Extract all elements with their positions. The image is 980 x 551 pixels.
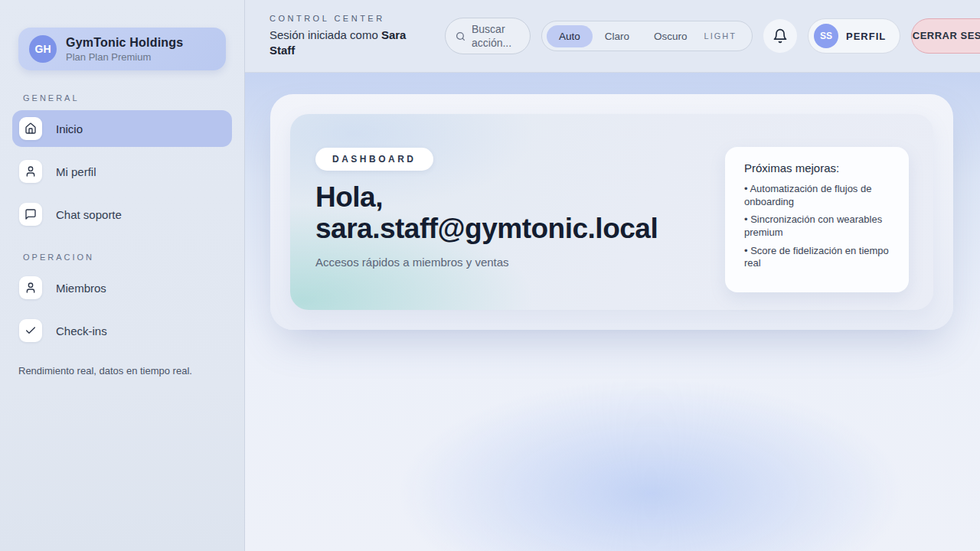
improvements-card: Próximas mejoras: Automatización de fluj… (725, 147, 909, 292)
section-label-operacion: OPERACION (23, 253, 232, 262)
brand-text: GymTonic Holdings Plan Plan Premium (66, 36, 183, 63)
hero-card: DASHBOARD Hola, sara.staff@gymtonic.loca… (290, 114, 933, 310)
section-label-general: GENERAL (23, 93, 232, 103)
profile-avatar: SS (814, 24, 838, 48)
sidebar-item-miembros[interactable]: Miembros (12, 269, 232, 306)
search-icon (456, 31, 466, 41)
user-icon (19, 160, 42, 183)
sidebar-item-label: Chat soporte (56, 208, 122, 221)
search-input[interactable]: Buscar acción... (445, 18, 531, 54)
sidebar-item-label: Miembros (56, 282, 106, 295)
improvement-item: Automatización de flujos de onboarding (744, 183, 892, 208)
sidebar-item-check-ins[interactable]: Check-ins (12, 312, 232, 349)
sidebar-item-label: Check-ins (56, 324, 107, 337)
app-window: GH GymTonic Holdings Plan Plan Premium G… (0, 0, 980, 551)
sidebar: GH GymTonic Holdings Plan Plan Premium G… (0, 0, 245, 551)
hero-card-outer: DASHBOARD Hola, sara.staff@gymtonic.loca… (270, 94, 953, 330)
session-text: Sesión iniciada como Sara Staff (270, 28, 434, 59)
greeting-subtitle: Accesos rápidos a miembros y ventas (315, 256, 725, 269)
hero-text-block: DASHBOARD Hola, sara.staff@gymtonic.loca… (315, 148, 725, 310)
profile-button[interactable]: SS PERFIL (808, 18, 900, 54)
sidebar-nav: Inicio Mi perfil Chat soporte (12, 110, 232, 233)
brand-name: GymTonic Holdings (66, 36, 183, 50)
top-header: CONTROL CENTER Sesión iniciada como Sara… (245, 0, 980, 73)
search-placeholder: Buscar acción... (472, 22, 521, 50)
home-icon (19, 117, 42, 140)
check-icon (19, 319, 42, 342)
brand-plan: Plan Plan Premium (66, 51, 183, 63)
main-area: DASHBOARD Hola, sara.staff@gymtonic.loca… (245, 73, 980, 551)
sidebar-item-inicio[interactable]: Inicio (12, 110, 232, 147)
header-eyebrow: CONTROL CENTER (270, 14, 434, 23)
improvement-item: Score de fidelización en tiempo real (744, 245, 892, 270)
brand-card[interactable]: GH GymTonic Holdings Plan Plan Premium (18, 28, 226, 70)
sidebar-nav-operacion: Miembros Check-ins (12, 269, 232, 349)
sidebar-footer-text: Rendimiento real, datos en tiempo real. (18, 365, 192, 377)
brand-avatar: GH (29, 35, 57, 63)
theme-option-claro[interactable]: Claro (593, 25, 642, 47)
bell-icon (773, 28, 788, 44)
theme-option-oscuro[interactable]: Oscuro (642, 25, 700, 47)
greeting-heading: Hola, sara.staff@gymtonic.local (315, 182, 725, 244)
theme-option-auto[interactable]: Auto (547, 25, 593, 47)
improvements-title: Próximas mejoras: (744, 161, 892, 174)
improvement-item: Sincronización con wearables premium (744, 214, 892, 239)
sidebar-item-chat-soporte[interactable]: Chat soporte (12, 196, 232, 233)
chat-icon (19, 203, 42, 226)
profile-label: PERFIL (846, 31, 886, 42)
sidebar-item-label: Inicio (56, 122, 83, 135)
user-icon (19, 276, 42, 299)
sidebar-item-mi-perfil[interactable]: Mi perfil (12, 153, 232, 190)
theme-toggle-group: Auto Claro Oscuro LIGHT (541, 21, 753, 51)
content-column: CONTROL CENTER Sesión iniciada como Sara… (245, 0, 980, 551)
dashboard-badge: DASHBOARD (315, 148, 433, 171)
header-session-block: CONTROL CENTER Sesión iniciada como Sara… (270, 14, 434, 59)
theme-status-label: LIGHT (700, 31, 747, 41)
session-prefix: Sesión iniciada como (270, 28, 381, 41)
sidebar-item-label: Mi perfil (56, 165, 96, 178)
logout-button[interactable]: CERRAR SESIÓN (911, 18, 980, 54)
notifications-button[interactable] (763, 19, 797, 53)
